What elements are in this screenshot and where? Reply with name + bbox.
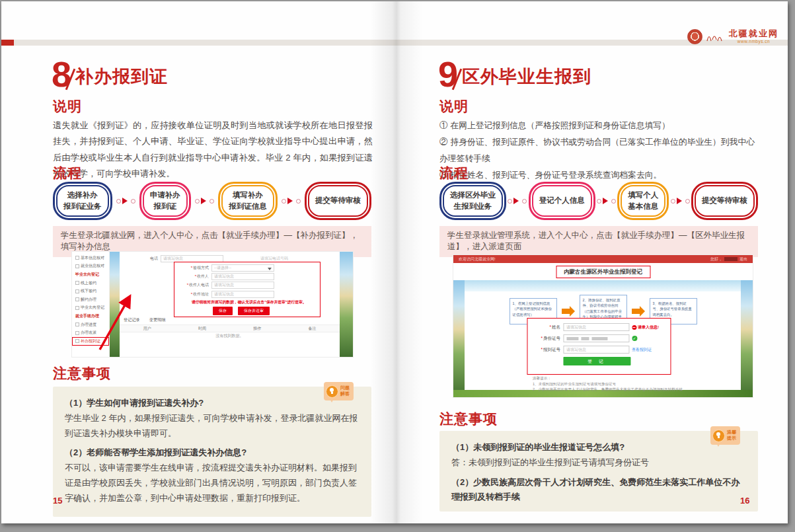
flow-step: 选择区外毕业 生报到业务	[439, 182, 506, 220]
error-status: 请录入信息!	[632, 324, 659, 330]
tips-title: 温馨提示：	[533, 375, 731, 381]
masked-text-block	[591, 337, 607, 340]
note-answer: 学生毕业 2 年内，如果报到证遗失，可向学校申请补发，登录北疆就业网在报到证遗失…	[65, 411, 360, 441]
mini-main-panel: 电话 请填写信息 请填写电话号码 *签领方式 --请选择-- *收件人 请填写信…	[120, 252, 340, 357]
field-label: *姓名	[531, 324, 560, 330]
menu-bullet-icon	[75, 306, 79, 310]
right-embedded-screenshot: 欢迎访问北疆就业网! 您好， 退出 内蒙古生源区外毕业生报到登记 1、在网上登记…	[453, 254, 753, 398]
left-flow-chart: 选择补办 报到证业务 申请补办 报到证 填写补办 报到证信息 提交等待审核	[53, 182, 371, 220]
id-number-input[interactable]	[563, 334, 629, 342]
tab-change-detail[interactable]: 变更明细	[149, 317, 166, 323]
step-arrow-icon	[632, 309, 640, 314]
page-number-right: 16	[740, 496, 749, 506]
check-icon: ✓	[632, 336, 637, 341]
flow-step: 填写补办 报到证信息	[218, 182, 278, 220]
scenery-strip	[340, 252, 354, 357]
sidebar-item[interactable]: 毕业去向登记	[72, 304, 109, 313]
note-question: （1）学生如何申请报到证遗失补办?	[65, 396, 360, 411]
site-logo: 北疆就业网 www.nmbys.cn	[687, 29, 778, 44]
heading-shuoming: 说明	[53, 97, 82, 116]
certificate-number-input[interactable]: 请填写信息	[563, 346, 629, 354]
highlight-annotation-box: *姓名 请填写信息 请录入信息! *身份证号 ✓ *报到证号 请填写信息 查看报…	[527, 318, 671, 375]
note-question: （1）未领到报到证的毕业生报道证号怎么填?	[451, 440, 746, 455]
flow-arrow-icon	[112, 198, 139, 204]
sidebar-item[interactable]: 就业信息核对	[72, 262, 109, 271]
flow-arrow-icon	[278, 198, 305, 204]
logo-emblem-icon	[687, 29, 702, 44]
sidebar-item[interactable]: 基本信息核对	[72, 254, 109, 262]
sky-band-decor	[453, 280, 753, 291]
menu-bullet-icon	[75, 264, 79, 268]
page-number-left: 15	[53, 496, 62, 506]
view-certificate-link[interactable]: 查看报到证	[632, 347, 652, 353]
flow-step: 提交等待审核	[305, 182, 371, 220]
left-embedded-screenshot: 基本信息核对 就业信息核对 毕业去向登记 线上签约 线下签约 解约办理 毕业去向…	[71, 251, 354, 358]
menu-bullet-icon	[75, 339, 79, 343]
dropdown-caret-icon	[268, 268, 272, 272]
note-answer: 答：未领到报到证的毕业生报到证号请填写身份证号	[451, 455, 746, 471]
mini-body: 1、在网上登记报到信息（严格按照报到证和身份证信息填写） 2、持身份证、报到证原…	[453, 280, 753, 397]
mini-topbar: 欢迎访问北疆就业网! 您好， 退出	[453, 255, 753, 263]
mini-table-header: 用户 时间 操作 备注	[120, 324, 340, 332]
site-url: www.nmbys.cn	[738, 39, 770, 44]
scenery-strip	[741, 280, 753, 397]
field-hint: 请填写电话号码	[260, 256, 288, 262]
address-input[interactable]: 请填写信息	[211, 291, 274, 298]
greeting-text: 您好，	[710, 256, 722, 262]
scenery-strip	[453, 280, 465, 397]
delivery-method-select[interactable]: --请选择--	[211, 264, 274, 272]
logo-calligraphy-icon	[706, 31, 726, 43]
menu-bullet-icon	[75, 289, 79, 293]
register-button[interactable]: 登 记	[563, 357, 630, 365]
sidebar-section: 就业手续办理	[72, 312, 109, 321]
sidebar-item[interactable]: 线下签约	[72, 287, 109, 295]
heading-shuoming: 说明	[439, 97, 469, 116]
right-flow-chart: 选择区外毕业 生报到业务 登记个人信息 填写个人 基本信息 提交等待审核	[439, 182, 758, 220]
heading-zhuyi: 注意事项	[439, 410, 498, 428]
sidebar-item[interactable]: 线上签约	[72, 279, 109, 287]
recipient-input[interactable]: 请填写信息	[211, 273, 274, 280]
field-label: *收件地址	[174, 291, 209, 297]
mini-page-title: 内蒙古生源区外毕业生报到登记	[556, 266, 650, 278]
mini-header: 内蒙古生源区外毕业生报到登记	[453, 263, 753, 280]
masked-username	[724, 257, 738, 261]
flow-arrow-icon	[191, 198, 218, 204]
site-name: 北疆就业网	[729, 29, 778, 38]
flow-step: 填写个人 基本信息	[617, 182, 669, 220]
qa-badge: 问题 解答	[324, 382, 354, 400]
empty-table-text: 没有找到数据。	[120, 333, 340, 339]
band-red-accent	[1, 40, 14, 46]
welcome-text: 欢迎访问北疆就业网!	[459, 256, 496, 262]
masked-text-block	[566, 337, 578, 340]
sidebar-item[interactable]: 办理进度	[72, 321, 109, 329]
menu-bullet-icon	[75, 331, 79, 335]
logout-link[interactable]: 退出	[739, 256, 747, 262]
save-and-submit-button[interactable]: 保存并送审	[238, 307, 270, 315]
masked-text-block	[581, 337, 589, 340]
right-instruction-banner: 学生登录就业管理系统，进入个人中心，点击【就业手续办理】—【区外毕业生报道】，进…	[439, 226, 758, 257]
name-input[interactable]: 请填写信息	[563, 323, 629, 331]
flow-step: 选择补办 报到证业务	[53, 182, 112, 220]
menu-bullet-icon	[75, 256, 79, 260]
flow-step: 提交等待审核	[691, 182, 758, 220]
recipient-phone-input[interactable]: 请填写信息	[211, 282, 274, 289]
section-title: 区外毕业生报到	[462, 65, 591, 89]
flow-arrow-icon	[506, 198, 529, 204]
heading-zhuyi: 注意事项	[53, 364, 111, 383]
tips-line: 1、未领到报到证的毕业生报到证号请填写身份证号	[533, 381, 731, 387]
field-label: *收件人电话	[174, 282, 209, 288]
sidebar-item[interactable]: 办理改派	[72, 328, 109, 337]
scenery-strip	[110, 252, 120, 357]
sidebar-item-buban-baodaozheng[interactable]: 补办报到证	[72, 337, 109, 346]
sidebar-item[interactable]: 解约办理	[72, 295, 109, 304]
tab-registration-record[interactable]: 登记记录	[124, 317, 140, 323]
heading-liucheng: 流程	[439, 164, 469, 182]
left-description: 遗失就业《报到证》的，应持接收单位证明及时到当地或就读学校所在地日报登报挂失，并…	[53, 118, 373, 182]
highlight-annotation-box: *签领方式 --请选择-- *收件人 请填写信息 *收件人电话 请填写信息 *收…	[174, 262, 321, 317]
left-notes-box: （1）学生如何申请报到证遗失补办? 学生毕业 2 年内，如果报到证遗失，可向学校…	[53, 387, 371, 517]
field-label: 电话	[120, 256, 158, 262]
field-label: *身份证号	[531, 336, 560, 342]
right-description: ① 在网上登记报到信息（严格按照报到证和身份证信息填写） ② 持身份证、报到证原…	[439, 118, 759, 184]
sidebar-section: 毕业去向登记	[72, 270, 109, 279]
save-button[interactable]: 保存	[213, 307, 233, 315]
